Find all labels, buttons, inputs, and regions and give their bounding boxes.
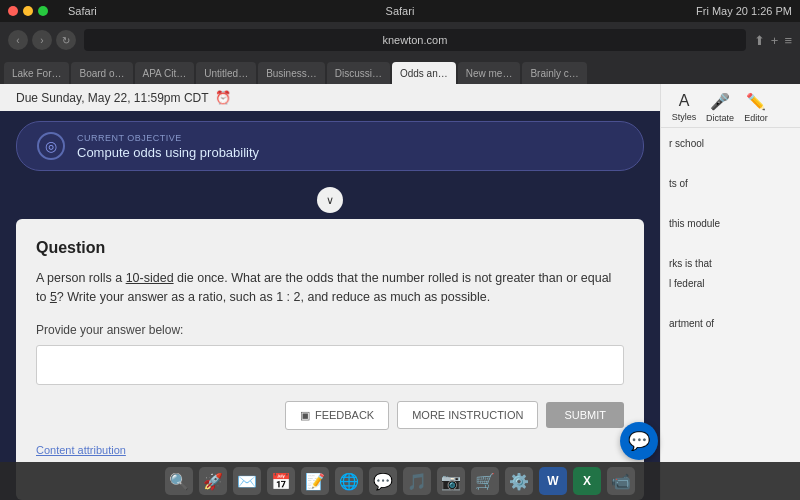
word-line-4 <box>669 196 792 212</box>
objective-label: CURRENT OBJECTIVE <box>77 133 259 143</box>
browser-tab[interactable]: APA Cit… <box>135 62 195 84</box>
mac-datetime: Fri May 20 1:26 PM <box>531 5 792 17</box>
word-line-8: l federal <box>669 276 792 292</box>
question-title: Question <box>36 239 624 257</box>
browser-tab[interactable]: Board o… <box>71 62 132 84</box>
browser-tab[interactable]: Brainly c… <box>522 62 586 84</box>
collapse-row: ∨ <box>0 181 660 219</box>
browser-chrome: ‹ › ↻ knewton.com ⬆ + ≡ <box>0 22 800 58</box>
clock-icon: ⏰ <box>215 90 231 105</box>
dock-calendar[interactable]: 📅 <box>267 467 295 495</box>
word-line-7: rks is that <box>669 256 792 272</box>
due-bar: Due Sunday, May 22, 11:59pm CDT ⏰ <box>0 84 660 111</box>
browser-tab[interactable]: Business… <box>258 62 325 84</box>
browser-tab[interactable]: Lake For… <box>4 62 69 84</box>
word-line-10: artment of <box>669 316 792 332</box>
word-line-5: this module <box>669 216 792 232</box>
underline-10sided: 10-sided <box>126 271 174 285</box>
browser-action-buttons: ⬆ + ≡ <box>754 33 792 48</box>
dock-facetime[interactable]: 📹 <box>607 467 635 495</box>
mac-top-bar: Safari Safari Fri May 20 1:26 PM <box>0 0 800 22</box>
dock-music[interactable]: 🎵 <box>403 467 431 495</box>
editor-label: Editor <box>744 113 768 123</box>
editor-icon: ✏️ <box>746 92 766 111</box>
word-line-1: r school <box>669 136 792 152</box>
menu-bar: Safari <box>386 5 415 17</box>
browser-tab[interactable]: Untitled… <box>196 62 256 84</box>
content-attribution-link[interactable]: Content attribution <box>36 444 126 456</box>
dock-photos[interactable]: 📷 <box>437 467 465 495</box>
more-instruction-button[interactable]: MORE INSTRUCTION <box>397 401 538 429</box>
browser-tab[interactable]: Odds an… <box>392 62 456 84</box>
sidebar-button[interactable]: ≡ <box>784 33 792 48</box>
word-line-3: ts of <box>669 176 792 192</box>
browser-nav-buttons: ‹ › ↻ <box>8 30 76 50</box>
dock-finder[interactable]: 🔍 <box>165 467 193 495</box>
answer-input[interactable] <box>36 345 624 385</box>
dock-safari[interactable]: 🌐 <box>335 467 363 495</box>
word-line-9 <box>669 296 792 312</box>
submit-button[interactable]: SUBMIT <box>546 402 624 428</box>
dictate-label: Dictate <box>706 113 734 123</box>
dictate-button[interactable]: 🎤 Dictate <box>705 92 735 123</box>
close-button[interactable] <box>8 6 18 16</box>
collapse-button[interactable]: ∨ <box>317 187 343 213</box>
browser-tab[interactable]: New me… <box>458 62 521 84</box>
forward-button[interactable]: › <box>32 30 52 50</box>
word-toolbar: A Styles 🎤 Dictate ✏️ Editor <box>661 84 800 128</box>
knewton-panel: Due Sunday, May 22, 11:59pm CDT ⏰ ◎ CURR… <box>0 84 660 500</box>
fullscreen-button[interactable] <box>38 6 48 16</box>
styles-label: Styles <box>672 112 697 122</box>
dock-settings[interactable]: ⚙️ <box>505 467 533 495</box>
word-panel: A Styles 🎤 Dictate ✏️ Editor r school ts… <box>660 84 800 500</box>
reload-button[interactable]: ↻ <box>56 30 76 50</box>
word-line-6 <box>669 236 792 252</box>
objective-icon: ◎ <box>37 132 65 160</box>
browser-content: Due Sunday, May 22, 11:59pm CDT ⏰ ◎ CURR… <box>0 84 800 500</box>
dock-messages[interactable]: 💬 <box>369 467 397 495</box>
chat-bubble-button[interactable]: 💬 <box>620 422 658 460</box>
browser-tabs: Lake For…Board o…APA Cit…Untitled…Busine… <box>0 58 800 84</box>
dock-mail[interactable]: ✉️ <box>233 467 261 495</box>
more-instruction-label: MORE INSTRUCTION <box>412 409 523 421</box>
back-button[interactable]: ‹ <box>8 30 28 50</box>
dock: 🔍 🚀 ✉️ 📅 📝 🌐 💬 🎵 📷 🛒 ⚙️ W X 📹 <box>0 462 800 500</box>
minimize-button[interactable] <box>23 6 33 16</box>
feedback-button[interactable]: ▣ FEEDBACK <box>285 401 389 430</box>
submit-label: SUBMIT <box>564 409 606 421</box>
traffic-lights[interactable] <box>8 6 48 16</box>
content-attribution: Content attribution <box>36 440 624 458</box>
address-bar[interactable]: knewton.com <box>84 29 746 51</box>
provide-label: Provide your answer below: <box>36 323 624 337</box>
share-button[interactable]: ⬆ <box>754 33 765 48</box>
objective-banner: ◎ CURRENT OBJECTIVE Compute odds using p… <box>16 121 644 171</box>
mac-bar-center: Safari <box>269 5 530 17</box>
browser-tab[interactable]: Discussi… <box>327 62 390 84</box>
styles-button[interactable]: A Styles <box>669 92 699 123</box>
question-card: Question A person rolls a 10-sided die o… <box>16 219 644 500</box>
dock-word[interactable]: W <box>539 467 567 495</box>
dock-notes[interactable]: 📝 <box>301 467 329 495</box>
objective-title: Compute odds using probability <box>77 145 259 160</box>
dock-launchpad[interactable]: 🚀 <box>199 467 227 495</box>
card-actions: ▣ FEEDBACK MORE INSTRUCTION SUBMIT <box>36 401 624 430</box>
dictate-icon: 🎤 <box>710 92 730 111</box>
dock-excel[interactable]: X <box>573 467 601 495</box>
feedback-label: FEEDBACK <box>315 409 374 421</box>
editor-button[interactable]: ✏️ Editor <box>741 92 771 123</box>
underline-5: 5 <box>50 290 57 304</box>
word-content: r school ts of this module rks is that l… <box>661 128 800 500</box>
dock-appstore[interactable]: 🛒 <box>471 467 499 495</box>
mac-bar-left: Safari <box>8 5 269 17</box>
feedback-icon: ▣ <box>300 409 310 422</box>
app-name: Safari <box>68 5 97 17</box>
styles-icon: A <box>679 92 690 110</box>
objective-text: CURRENT OBJECTIVE Compute odds using pro… <box>77 133 259 160</box>
question-text: A person rolls a 10-sided die once. What… <box>36 269 624 307</box>
chat-icon: 💬 <box>628 430 650 452</box>
new-tab-button[interactable]: + <box>771 33 779 48</box>
url-text: knewton.com <box>383 34 448 46</box>
word-line-2 <box>669 156 792 172</box>
due-label: Due Sunday, May 22, 11:59pm CDT <box>16 91 209 105</box>
